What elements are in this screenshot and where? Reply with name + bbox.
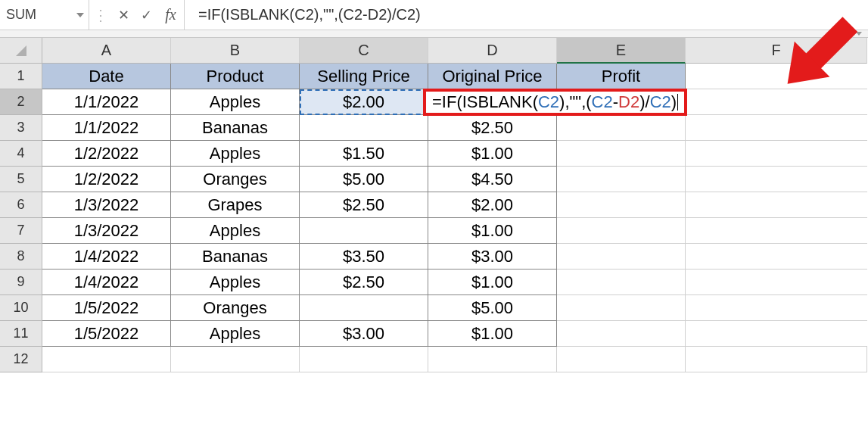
cell-B10[interactable]: Oranges	[171, 295, 300, 321]
cell-E1[interactable]: Profit	[557, 64, 686, 89]
cell-E3[interactable]	[557, 115, 686, 141]
cell-C9[interactable]: $2.50	[300, 270, 428, 295]
chevron-down-icon[interactable]	[76, 13, 84, 17]
cell-C4[interactable]: $1.50	[300, 141, 428, 167]
cell-D4[interactable]: $1.00	[428, 141, 557, 167]
name-box-value: SUM	[6, 7, 36, 23]
cell-B7[interactable]: Apples	[171, 218, 300, 244]
row-header-8[interactable]: 8	[0, 244, 42, 270]
cell-F5[interactable]	[686, 167, 867, 192]
cell-E8[interactable]	[557, 244, 686, 270]
cell-D10[interactable]: $5.00	[428, 295, 557, 321]
cell-E10[interactable]	[557, 295, 686, 321]
row-header-9[interactable]: 9	[0, 270, 42, 295]
cell-F12[interactable]	[686, 347, 867, 372]
row-5: 5 1/2/2022 Oranges $5.00 $4.50	[0, 167, 868, 192]
cell-D12[interactable]	[428, 347, 557, 372]
row-header-3[interactable]: 3	[0, 115, 42, 141]
cell-A3[interactable]: 1/1/2022	[42, 115, 171, 141]
cell-C3[interactable]	[300, 115, 428, 141]
cell-A12[interactable]	[42, 347, 171, 372]
cell-B9[interactable]: Apples	[171, 270, 300, 295]
cell-A6[interactable]: 1/3/2022	[42, 192, 171, 218]
cell-C11[interactable]: $3.00	[300, 321, 428, 347]
insert-function-button[interactable]: fx	[157, 0, 185, 30]
cell-F9[interactable]	[686, 270, 867, 295]
cell-D9[interactable]: $1.00	[428, 270, 557, 295]
cell-F6[interactable]	[686, 192, 867, 218]
cell-B4[interactable]: Apples	[171, 141, 300, 167]
cell-D7[interactable]: $1.00	[428, 218, 557, 244]
column-header-C[interactable]: C	[300, 38, 428, 64]
cell-B3[interactable]: Bananas	[171, 115, 300, 141]
select-all-triangle[interactable]	[0, 38, 42, 64]
cell-C5[interactable]: $5.00	[300, 167, 428, 192]
cell-E5[interactable]	[557, 167, 686, 192]
cell-E4[interactable]	[557, 141, 686, 167]
cell-C6[interactable]: $2.50	[300, 192, 428, 218]
row-4: 4 1/2/2022 Apples $1.50 $1.00	[0, 141, 868, 167]
cell-F8[interactable]	[686, 244, 867, 270]
cell-C1[interactable]: Selling Price	[300, 64, 428, 89]
cell-D6[interactable]: $2.00	[428, 192, 557, 218]
cell-E11[interactable]	[557, 321, 686, 347]
row-header-1[interactable]: 1	[0, 64, 42, 89]
column-header-B[interactable]: B	[171, 38, 300, 64]
cell-C8[interactable]: $3.50	[300, 244, 428, 270]
row-header-2[interactable]: 2	[0, 89, 42, 115]
row-header-6[interactable]: 6	[0, 192, 42, 218]
cell-B11[interactable]: Apples	[171, 321, 300, 347]
cancel-formula-button[interactable]: ✕	[112, 0, 135, 30]
cell-A11[interactable]: 1/5/2022	[42, 321, 171, 347]
cell-B5[interactable]: Oranges	[171, 167, 300, 192]
row-header-12[interactable]: 12	[0, 347, 42, 372]
row-header-7[interactable]: 7	[0, 218, 42, 244]
cell-A10[interactable]: 1/5/2022	[42, 295, 171, 321]
annotation-arrow-icon	[758, 5, 863, 111]
column-header-E[interactable]: E	[557, 38, 686, 64]
column-header-D[interactable]: D	[428, 38, 557, 64]
cell-B1[interactable]: Product	[171, 64, 300, 89]
cell-C2[interactable]: $2.00	[300, 89, 428, 115]
cell-E12[interactable]	[557, 347, 686, 372]
cell-A8[interactable]: 1/4/2022	[42, 244, 171, 270]
cell-A5[interactable]: 1/2/2022	[42, 167, 171, 192]
cell-D11[interactable]: $1.00	[428, 321, 557, 347]
cell-F10[interactable]	[686, 295, 867, 321]
inline-formula-editor[interactable]: =IF(ISBLANK(C2),"",(C2-D2)/C2)	[423, 89, 687, 116]
cell-F11[interactable]	[686, 321, 867, 347]
cell-D3[interactable]: $2.50	[428, 115, 557, 141]
cell-A4[interactable]: 1/2/2022	[42, 141, 171, 167]
cell-F3[interactable]	[686, 115, 867, 141]
enter-formula-button[interactable]: ✓	[135, 0, 157, 30]
worksheet: A B C D E F 1 Date Product Selling Price…	[0, 38, 868, 372]
cell-D8[interactable]: $3.00	[428, 244, 557, 270]
formula-bar-expand[interactable]	[0, 30, 868, 38]
row-header-5[interactable]: 5	[0, 167, 42, 192]
cell-D1[interactable]: Original Price	[428, 64, 557, 89]
cell-A7[interactable]: 1/3/2022	[42, 218, 171, 244]
row-1: 1 Date Product Selling Price Original Pr…	[0, 64, 868, 89]
row-header-4[interactable]: 4	[0, 141, 42, 167]
cell-A9[interactable]: 1/4/2022	[42, 270, 171, 295]
cell-C12[interactable]	[300, 347, 428, 372]
column-header-row: A B C D E F	[0, 38, 868, 64]
cell-B6[interactable]: Grapes	[171, 192, 300, 218]
cell-A1[interactable]: Date	[42, 64, 171, 89]
cell-C7[interactable]	[300, 218, 428, 244]
cell-B8[interactable]: Bananas	[171, 244, 300, 270]
cell-E9[interactable]	[557, 270, 686, 295]
cell-B2[interactable]: Apples	[171, 89, 300, 115]
column-header-A[interactable]: A	[42, 38, 171, 64]
cell-F7[interactable]	[686, 218, 867, 244]
name-box[interactable]: SUM	[0, 0, 89, 30]
cell-F4[interactable]	[686, 141, 867, 167]
cell-B12[interactable]	[171, 347, 300, 372]
cell-C10[interactable]	[300, 295, 428, 321]
cell-E6[interactable]	[557, 192, 686, 218]
cell-E7[interactable]	[557, 218, 686, 244]
cell-A2[interactable]: 1/1/2022	[42, 89, 171, 115]
row-header-10[interactable]: 10	[0, 295, 42, 321]
row-header-11[interactable]: 11	[0, 321, 42, 347]
cell-D5[interactable]: $4.50	[428, 167, 557, 192]
